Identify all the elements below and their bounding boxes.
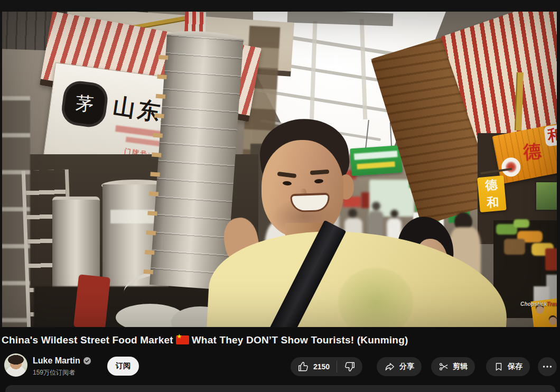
- orange-sign-character: 和: [546, 125, 557, 146]
- video-info-bar: China's Wildest Street Food Market★What …: [0, 328, 560, 392]
- video-title: China's Wildest Street Food Market★What …: [2, 334, 535, 346]
- shop-logo: 茅: [60, 79, 109, 129]
- video-player[interactable]: 茅 山东刘烨 门牌号: 3-27号: [2, 12, 557, 327]
- orange-sign-character: 德: [522, 139, 542, 165]
- like-button[interactable]: 2150: [291, 357, 337, 376]
- yellow-sign-character: 德: [484, 176, 498, 194]
- verified-badge-icon: [83, 357, 91, 365]
- youtube-watch-page: { "player": { "watermark": {"part1": "Ch…: [0, 0, 560, 392]
- channel-name[interactable]: Luke Martin: [33, 356, 91, 366]
- bookmark-icon: [493, 361, 504, 372]
- orange-sign-character-box: 和: [544, 124, 557, 146]
- like-count: 2150: [313, 362, 330, 371]
- produce-greens: [514, 219, 529, 228]
- man-eye: [283, 181, 292, 185]
- logo-mark: [505, 161, 517, 173]
- flag-star: ★: [177, 333, 182, 339]
- dislike-button[interactable]: [337, 357, 362, 376]
- thumbs-down-icon: [344, 361, 356, 372]
- channel-avatar[interactable]: [4, 353, 27, 377]
- like-dislike-pill: 2150: [291, 357, 362, 376]
- scissors-icon: [438, 361, 449, 372]
- stall-jars: [545, 248, 557, 270]
- framed-picture: [535, 181, 557, 211]
- yellow-hanging-sign: 德 和: [477, 175, 507, 212]
- save-button[interactable]: 保存: [486, 357, 530, 376]
- yellow-sign-character: 和: [486, 194, 499, 211]
- man-eyebrow: [310, 170, 329, 175]
- subscribe-button[interactable]: 订阅: [107, 357, 139, 376]
- title-text: China's Wildest Street Food Market: [2, 334, 173, 346]
- banner-photo: [548, 316, 557, 325]
- china-flag-emoji: ★: [176, 335, 189, 344]
- title-text: What They DON’T Show Tourists! (Kunming): [192, 334, 408, 346]
- man-eyebrow: [277, 172, 297, 178]
- more-actions-button[interactable]: [538, 357, 557, 376]
- share-icon: [384, 361, 396, 372]
- subscriber-count: 159万位订阅者: [33, 368, 75, 377]
- description-box[interactable]: [5, 385, 556, 392]
- ellipsis-icon: [542, 361, 553, 372]
- channel-watermark: ChopstickTravel.com: [520, 301, 557, 307]
- share-button[interactable]: 分享: [377, 357, 422, 376]
- hanging-green-sign: [350, 145, 402, 176]
- green-sign-textbar: [354, 151, 398, 160]
- red-cloth: [73, 274, 110, 327]
- shop-logo-character: 茅: [75, 91, 95, 117]
- man-eye: [314, 179, 323, 184]
- green-sign-textbar-yellow: [357, 162, 395, 170]
- clip-button[interactable]: 剪辑: [431, 357, 475, 376]
- thumbs-up-icon: [297, 361, 309, 372]
- stall-goods: [504, 239, 525, 255]
